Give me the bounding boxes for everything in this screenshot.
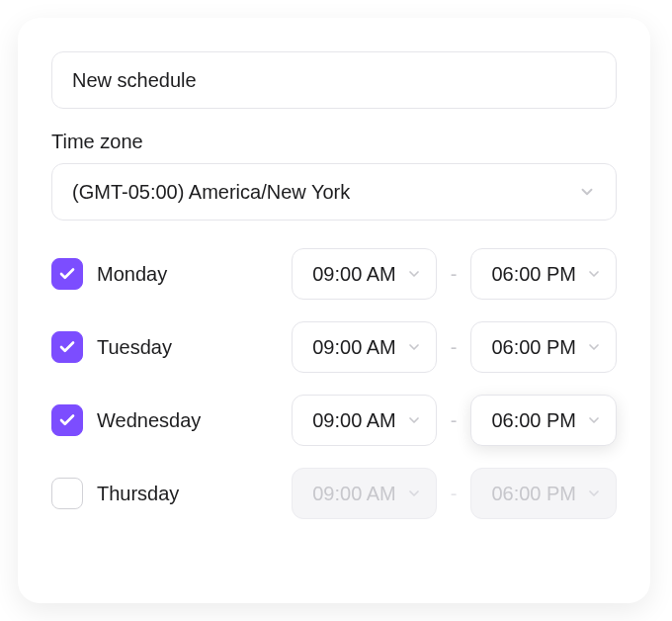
day-checkbox-tuesday[interactable] xyxy=(51,331,83,363)
day-label: Wednesday xyxy=(97,409,278,432)
start-time-value: 09:00 AM xyxy=(312,263,396,286)
days-list: Monday 09:00 AM - 06:00 PM Tuesday 09:00… xyxy=(51,248,617,519)
day-label: Thursday xyxy=(97,483,278,505)
end-time-select-wednesday[interactable]: 06:00 PM xyxy=(470,395,617,446)
chevron-down-icon xyxy=(406,412,422,428)
timezone-label: Time zone xyxy=(51,131,617,153)
chevron-down-icon xyxy=(586,339,602,355)
chevron-down-icon xyxy=(406,486,422,501)
end-time-value: 06:00 PM xyxy=(491,263,576,286)
start-time-value: 09:00 AM xyxy=(312,336,396,359)
day-label: Tuesday xyxy=(97,336,278,359)
end-time-select-tuesday[interactable]: 06:00 PM xyxy=(470,321,617,373)
end-time-select-thursday[interactable]: 06:00 PM xyxy=(470,468,617,519)
schedule-name-input[interactable] xyxy=(51,51,617,109)
time-separator: - xyxy=(451,409,458,432)
chevron-down-icon xyxy=(406,266,422,282)
start-time-select-monday[interactable]: 09:00 AM xyxy=(292,248,437,300)
start-time-value: 09:00 AM xyxy=(312,409,396,432)
start-time-select-wednesday[interactable]: 09:00 AM xyxy=(292,395,437,446)
day-label: Monday xyxy=(97,263,278,286)
chevron-down-icon xyxy=(586,486,602,501)
start-time-value: 09:00 AM xyxy=(312,483,396,505)
day-checkbox-wednesday[interactable] xyxy=(51,404,83,436)
end-time-value: 06:00 PM xyxy=(491,336,576,359)
check-icon xyxy=(58,338,76,356)
chevron-down-icon xyxy=(406,339,422,355)
chevron-down-icon xyxy=(578,183,596,201)
day-checkbox-monday[interactable] xyxy=(51,258,83,290)
timezone-value: (GMT-05:00) America/New York xyxy=(72,181,350,204)
time-separator: - xyxy=(451,263,458,286)
day-row-thursday: Thursday 09:00 AM - 06:00 PM xyxy=(51,468,617,519)
check-icon xyxy=(58,265,76,283)
time-separator: - xyxy=(451,336,458,359)
chevron-down-icon xyxy=(586,266,602,282)
timezone-select[interactable]: (GMT-05:00) America/New York xyxy=(51,163,617,221)
chevron-down-icon xyxy=(586,412,602,428)
check-icon xyxy=(58,411,76,429)
start-time-select-tuesday[interactable]: 09:00 AM xyxy=(292,321,437,373)
end-time-value: 06:00 PM xyxy=(491,409,576,432)
time-separator: - xyxy=(451,483,458,505)
day-row-wednesday: Wednesday 09:00 AM - 06:00 PM xyxy=(51,395,617,446)
start-time-select-thursday[interactable]: 09:00 AM xyxy=(292,468,437,519)
day-checkbox-thursday[interactable] xyxy=(51,478,83,509)
day-row-tuesday: Tuesday 09:00 AM - 06:00 PM xyxy=(51,321,617,373)
end-time-value: 06:00 PM xyxy=(491,483,576,505)
end-time-select-monday[interactable]: 06:00 PM xyxy=(470,248,617,300)
schedule-card: Time zone (GMT-05:00) America/New York M… xyxy=(18,18,650,603)
day-row-monday: Monday 09:00 AM - 06:00 PM xyxy=(51,248,617,300)
